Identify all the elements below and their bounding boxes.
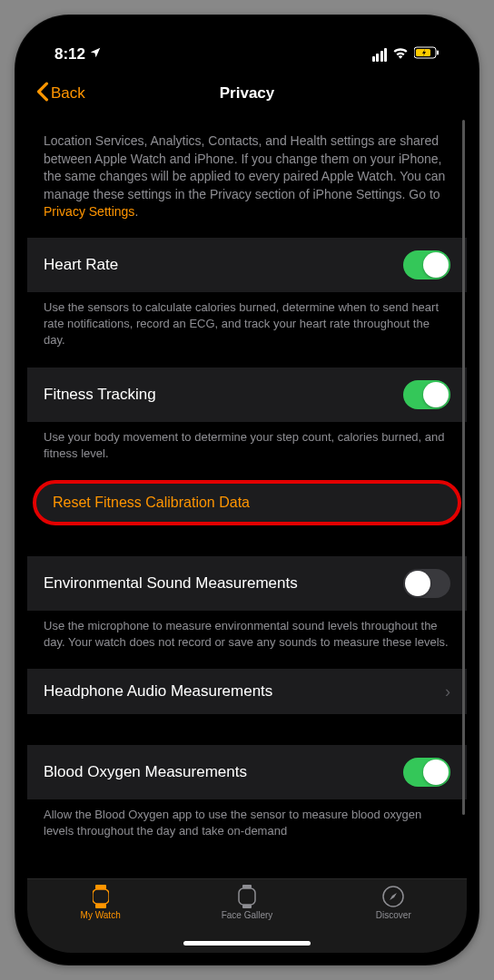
blood-oxygen-label: Blood Oxygen Measurements <box>44 763 247 781</box>
content-scroll[interactable]: Location Services, Analytics, Contacts, … <box>27 114 467 878</box>
chevron-left-icon <box>36 82 49 106</box>
compass-icon <box>381 885 405 908</box>
heart-rate-toggle[interactable] <box>403 250 450 279</box>
fitness-tracking-row: Fitness Tracking <box>27 368 467 422</box>
page-title: Privacy <box>220 84 275 103</box>
fitness-tracking-toggle[interactable] <box>403 380 450 409</box>
heart-rate-row: Heart Rate <box>27 238 467 292</box>
watch-icon <box>89 885 113 908</box>
battery-icon <box>414 45 440 64</box>
tab-my-watch[interactable]: My Watch <box>28 885 173 953</box>
location-icon <box>89 45 102 64</box>
scroll-indicator[interactable] <box>462 120 465 815</box>
headphone-audio-row[interactable]: Headphone Audio Measurements › <box>27 669 467 714</box>
env-sound-label: Environmental Sound Measurements <box>44 574 298 593</box>
headphone-audio-label: Headphone Audio Measurements <box>44 682 272 701</box>
intro-text: Location Services, Analytics, Contacts, … <box>27 114 467 238</box>
fitness-tracking-label: Fitness Tracking <box>44 386 156 404</box>
svg-rect-8 <box>242 905 252 908</box>
heart-rate-footer: Use the sensors to calculate calories bu… <box>27 292 467 368</box>
blood-oxygen-footer: Allow the Blood Oxygen app to use the se… <box>27 799 467 858</box>
env-sound-row: Environmental Sound Measurements <box>27 556 467 611</box>
phone-screen: 8:12 Back Privacy <box>27 27 467 953</box>
heart-rate-label: Heart Rate <box>44 256 118 274</box>
face-gallery-icon <box>235 885 259 908</box>
reset-calibration-label: Reset Fitness Calibration Data <box>53 495 250 511</box>
fitness-tracking-footer: Use your body movement to determine your… <box>27 422 467 480</box>
svg-rect-1 <box>437 51 439 55</box>
wifi-icon <box>392 45 409 64</box>
blood-oxygen-row: Blood Oxygen Measurements <box>27 745 467 799</box>
env-sound-footer: Use the microphone to measure environmen… <box>27 611 467 669</box>
svg-rect-4 <box>93 889 109 904</box>
back-button[interactable]: Back <box>36 82 85 106</box>
tab-face-gallery-label: Face Gallery <box>222 910 273 920</box>
tab-my-watch-label: My Watch <box>81 910 121 920</box>
back-label: Back <box>51 84 85 103</box>
phone-frame: 8:12 Back Privacy <box>15 15 479 965</box>
blood-oxygen-toggle[interactable] <box>403 758 450 787</box>
cellular-signal-icon <box>372 48 388 62</box>
nav-bar: Back Privacy <box>27 73 467 114</box>
notch <box>152 27 342 54</box>
home-indicator[interactable] <box>183 941 311 946</box>
privacy-settings-link[interactable]: Privacy Settings <box>44 204 134 219</box>
chevron-right-icon: › <box>445 682 450 701</box>
svg-rect-7 <box>239 888 255 905</box>
reset-calibration-row[interactable]: Reset Fitness Calibration Data <box>33 480 461 525</box>
tab-discover[interactable]: Discover <box>321 885 466 953</box>
tab-discover-label: Discover <box>376 910 411 920</box>
status-time: 8:12 <box>54 45 85 64</box>
env-sound-toggle[interactable] <box>403 569 450 598</box>
svg-rect-5 <box>95 904 106 908</box>
